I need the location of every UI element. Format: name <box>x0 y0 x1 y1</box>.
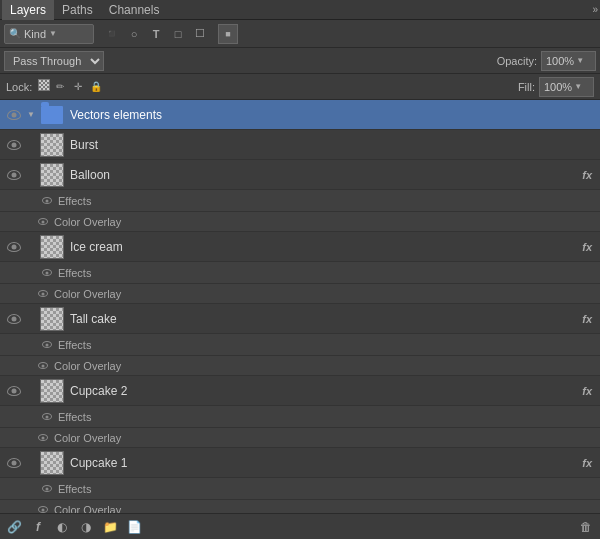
visibility-toggle-burst[interactable] <box>4 140 24 150</box>
link-icon[interactable]: 🔗 <box>4 517 24 537</box>
thumb-burst <box>38 133 66 157</box>
fill-group: Fill: 100% ▼ <box>518 77 594 97</box>
filter-toolbar: 🔍 Kind ▼ ◾ ○ T □ ☐ ■ <box>0 20 600 48</box>
opacity-value: 100% <box>546 55 574 67</box>
type-filter-icon[interactable]: T <box>146 24 166 44</box>
cupcake2-effects-label: Effects <box>58 411 91 423</box>
filter-toggle-icon: ■ <box>225 29 230 39</box>
visibility-toggle-icecream[interactable] <box>4 242 24 252</box>
layer-row-balloon-effects[interactable]: Effects <box>0 190 600 212</box>
lock-icons: ✏ ✛ 🔒 <box>38 79 104 95</box>
layer-row-cupcake1-effects[interactable]: Effects <box>0 478 600 500</box>
opacity-box[interactable]: 100% ▼ <box>541 51 596 71</box>
search-icon: 🔍 <box>9 28 21 39</box>
eye-small-tallcake-effects <box>40 338 54 352</box>
layer-row-balloon[interactable]: Balloon fx <box>0 160 600 190</box>
visibility-toggle-cupcake1[interactable] <box>4 458 24 468</box>
panel-menu-icon[interactable]: » <box>592 4 598 15</box>
lock-position-icon[interactable]: ✛ <box>70 79 86 95</box>
visibility-toggle-cupcake2[interactable] <box>4 386 24 396</box>
filter-toggle[interactable]: ■ <box>218 24 238 44</box>
layer-row-cupcake2-co[interactable]: Color Overlay <box>0 428 600 448</box>
layer-row-tallcake-effects[interactable]: Effects <box>0 334 600 356</box>
layer-row-cupcake1-co[interactable]: Color Overlay <box>0 500 600 513</box>
eye-icon-cupcake2 <box>7 386 21 396</box>
filter-box[interactable]: 🔍 Kind ▼ <box>4 24 94 44</box>
eye-small-cupcake2-co <box>36 431 50 445</box>
shape-filter-icon[interactable]: □ <box>168 24 188 44</box>
cupcake1-effects-label: Effects <box>58 483 91 495</box>
fill-value: 100% <box>544 81 572 93</box>
eye-icon-tallcake <box>7 314 21 324</box>
lock-all-icon[interactable]: 🔒 <box>88 79 104 95</box>
pixel-filter-icon[interactable]: ◾ <box>102 24 122 44</box>
fx-badge-cupcake1: fx <box>582 457 592 469</box>
layer-name-icecream: Ice cream <box>70 240 582 254</box>
bottom-toolbar: 🔗 f ◐ ◑ 📁 📄 🗑 <box>0 513 600 539</box>
eye-icon-burst <box>7 140 21 150</box>
balloon-coloroverlay-label: Color Overlay <box>54 216 121 228</box>
fill-label: Fill: <box>518 81 535 93</box>
eye-small-cupcake1-effects <box>40 482 54 496</box>
filter-icons: ◾ ○ T □ ☐ <box>102 24 210 44</box>
layer-row-cupcake2-effects[interactable]: Effects <box>0 406 600 428</box>
layer-name-burst: Burst <box>70 138 596 152</box>
filter-kind-label: Kind <box>24 28 46 40</box>
layer-row-balloon-coloroverlay[interactable]: Color Overlay <box>0 212 600 232</box>
layer-row-vectors[interactable]: ▼ Vectors elements <box>0 100 600 130</box>
checker-icon-cupcake1 <box>40 451 64 475</box>
layer-row-tallcake-co[interactable]: Color Overlay <box>0 356 600 376</box>
lock-checkerboard-icon[interactable] <box>38 79 50 91</box>
eye-small-balloon-effects <box>40 194 54 208</box>
delete-icon[interactable]: 🗑 <box>576 517 596 537</box>
layer-row-icecream[interactable]: Ice cream fx <box>0 232 600 262</box>
fx-badge-icecream: fx <box>582 241 592 253</box>
thumb-cupcake2 <box>38 379 66 403</box>
visibility-toggle-vectors[interactable] <box>4 110 24 120</box>
layer-row-icecream-co[interactable]: Color Overlay <box>0 284 600 304</box>
add-style-icon[interactable]: f <box>28 517 48 537</box>
fill-box[interactable]: 100% ▼ <box>539 77 594 97</box>
thumb-vectors <box>38 103 66 127</box>
eye-icon-cupcake1 <box>7 458 21 468</box>
add-adjustment-icon[interactable]: ◑ <box>76 517 96 537</box>
eye-small-icecream-co <box>36 287 50 301</box>
layer-name-cupcake1: Cupcake 1 <box>70 456 582 470</box>
adjustment-filter-icon[interactable]: ○ <box>124 24 144 44</box>
blend-mode-select[interactable]: Pass Through <box>4 51 104 71</box>
layer-row-icecream-effects[interactable]: Effects <box>0 262 600 284</box>
add-layer-icon[interactable]: 📄 <box>124 517 144 537</box>
layer-row-cupcake2[interactable]: Cupcake 2 fx <box>0 376 600 406</box>
expand-vectors[interactable]: ▼ <box>24 110 38 119</box>
visibility-toggle-balloon[interactable] <box>4 170 24 180</box>
layer-row-cupcake1[interactable]: Cupcake 1 fx <box>0 448 600 478</box>
fx-badge-cupcake2: fx <box>582 385 592 397</box>
smart-filter-icon[interactable]: ☐ <box>190 24 210 44</box>
lock-brush-icon[interactable]: ✏ <box>52 79 68 95</box>
eye-small-icecream-effects <box>40 266 54 280</box>
fx-badge-balloon: fx <box>582 169 592 181</box>
tab-layers[interactable]: Layers <box>2 0 54 20</box>
layer-row-burst[interactable]: Burst <box>0 130 600 160</box>
tab-paths[interactable]: Paths <box>54 0 101 20</box>
layer-name-vectors: Vectors elements <box>70 108 596 122</box>
layer-name-tallcake: Tall cake <box>70 312 582 326</box>
tallcake-effects-label: Effects <box>58 339 91 351</box>
add-group-icon[interactable]: 📁 <box>100 517 120 537</box>
opacity-group: Opacity: 100% ▼ <box>497 51 596 71</box>
layer-row-tallcake[interactable]: Tall cake fx <box>0 304 600 334</box>
layer-name-balloon: Balloon <box>70 168 582 182</box>
folder-icon-vectors <box>41 106 63 124</box>
cupcake1-co-label: Color Overlay <box>54 504 121 514</box>
tab-channels[interactable]: Channels <box>101 0 168 20</box>
filter-dropdown-icon: ▼ <box>49 29 57 38</box>
lock-toolbar: Lock: ✏ ✛ 🔒 Fill: 100% ▼ <box>0 74 600 100</box>
cupcake2-co-label: Color Overlay <box>54 432 121 444</box>
eye-icon-vectors <box>7 110 21 120</box>
fill-dropdown-icon: ▼ <box>574 82 582 91</box>
eye-small-tallcake-co <box>36 359 50 373</box>
add-mask-icon[interactable]: ◐ <box>52 517 72 537</box>
checker-icon-tallcake <box>40 307 64 331</box>
visibility-toggle-tallcake[interactable] <box>4 314 24 324</box>
thumb-icecream <box>38 235 66 259</box>
